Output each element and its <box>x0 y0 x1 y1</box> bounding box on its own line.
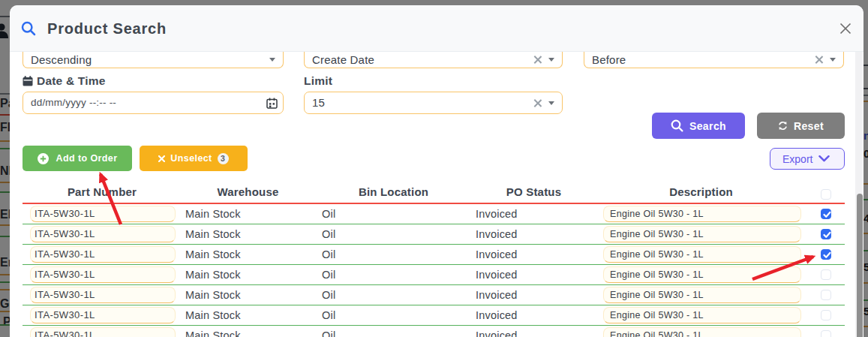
description-cell[interactable]: Engine Oil 5W30 - 1L <box>603 226 801 242</box>
table-cell: ITA-5W30-1L <box>23 244 182 264</box>
select-all-checkbox[interactable] <box>821 189 831 200</box>
row-checkbox[interactable] <box>821 249 831 260</box>
modal-header: Product Search <box>10 5 863 52</box>
operator-value: Before <box>584 52 843 68</box>
po-status-cell: Invoiced <box>473 224 595 244</box>
warehouse-cell: Main Stock <box>182 264 314 284</box>
close-icon <box>839 23 851 35</box>
plus-circle-icon <box>38 153 49 164</box>
table-cell: Engine Oil 5W30 - 1L <box>595 264 807 284</box>
row-checkbox[interactable] <box>821 310 831 320</box>
field-value: Create Date <box>305 52 562 68</box>
search-icon <box>21 21 36 36</box>
add-to-order-label: Add to Order <box>56 153 118 164</box>
warehouse-cell: Main Stock <box>182 284 314 305</box>
field-select[interactable]: Create Date <box>304 52 563 68</box>
table-cell <box>807 325 845 337</box>
description-cell[interactable]: Engine Oil 5W30 - 1L <box>603 327 801 337</box>
description-cell[interactable]: Engine Oil 5W30 - 1L <box>603 266 801 283</box>
description-cell[interactable]: Engine Oil 5W30 - 1L <box>603 287 801 303</box>
search-button[interactable]: Search <box>652 113 745 139</box>
col-description: Description <box>595 181 807 203</box>
part-number-cell[interactable]: ITA-5W30-1L <box>30 327 176 337</box>
unselect-label: Unselect <box>170 153 212 164</box>
table-row: ITA-5W30-1LMain StockOilInvoicedEngine O… <box>23 203 845 224</box>
col-part-number: Part Number <box>23 181 182 203</box>
table-row: ITA-5W30-1LMain StockOilInvoicedEngine O… <box>23 224 845 244</box>
operator-select[interactable]: Before <box>584 52 844 68</box>
bin-location-cell: Oil <box>314 305 473 325</box>
bin-location-cell: Oil <box>314 325 473 337</box>
calendar-icon <box>23 76 33 86</box>
table-header-row: Part Number Warehouse Bin Location PO St… <box>23 181 845 203</box>
table-cell: Engine Oil 5W30 - 1L <box>595 203 807 224</box>
table-cell <box>807 244 845 264</box>
results-table: Part Number Warehouse Bin Location PO St… <box>23 181 845 337</box>
po-status-cell: Invoiced <box>473 264 595 284</box>
chevron-down-icon <box>548 101 554 105</box>
unselect-button[interactable]: Unselect 3 <box>140 146 248 171</box>
clear-icon[interactable] <box>533 56 542 64</box>
table-cell: Engine Oil 5W30 - 1L <box>595 325 807 337</box>
bin-location-cell: Oil <box>314 203 473 224</box>
limit-select[interactable]: 15 <box>304 92 563 114</box>
description-cell[interactable]: Engine Oil 5W30 - 1L <box>603 206 801 222</box>
add-to-order-button[interactable]: Add to Order <box>23 146 132 171</box>
reset-button[interactable]: Reset <box>757 113 845 139</box>
clear-icon[interactable] <box>533 99 542 107</box>
x-icon <box>158 155 165 162</box>
unselect-count-badge: 3 <box>218 153 229 164</box>
table-cell: ITA-5W30-1L <box>23 325 182 337</box>
reset-icon <box>778 121 788 131</box>
col-po-status: PO Status <box>473 181 595 203</box>
warehouse-cell: Main Stock <box>182 224 314 244</box>
datetime-label: Date & Time <box>37 74 106 88</box>
part-number-cell[interactable]: ITA-5W30-1L <box>30 287 176 303</box>
export-label: Export <box>782 153 812 165</box>
part-number-cell[interactable]: ITA-5W30-1L <box>30 266 176 283</box>
table-body: ITA-5W30-1LMain StockOilInvoicedEngine O… <box>23 203 845 337</box>
datetime-input[interactable]: dd/mm/yyyy --:-- -- <box>23 92 284 114</box>
part-number-cell[interactable]: ITA-5W30-1L <box>30 206 176 222</box>
table-cell <box>807 284 845 305</box>
description-cell[interactable]: Engine Oil 5W30 - 1L <box>603 246 801 263</box>
scrollbar-thumb[interactable] <box>857 194 863 337</box>
row-checkbox[interactable] <box>821 209 831 219</box>
search-icon <box>671 119 683 132</box>
chevron-down-icon <box>269 58 275 62</box>
calendar-picker-icon[interactable] <box>266 98 278 109</box>
limit-value: 15 <box>305 92 562 113</box>
table-row: ITA-5W30-1LMain StockOilInvoicedEngine O… <box>23 244 845 264</box>
export-button[interactable]: Export <box>770 148 845 170</box>
row-checkbox[interactable] <box>821 290 831 300</box>
close-button[interactable] <box>839 23 851 35</box>
bin-location-cell: Oil <box>314 244 473 264</box>
warehouse-cell: Main Stock <box>182 305 314 325</box>
row-checkbox[interactable] <box>821 269 831 280</box>
po-status-cell: Invoiced <box>473 325 595 337</box>
po-status-cell: Invoiced <box>473 284 595 305</box>
part-number-cell[interactable]: ITA-5W30-1L <box>30 307 176 323</box>
screenshot-stage: Pa FI NE EL Er Ge P n 0 4 52 5 <box>0 0 868 337</box>
warehouse-cell: Main Stock <box>182 244 314 264</box>
chevron-down-icon <box>818 155 830 162</box>
table-cell: ITA-5W30-1L <box>23 305 182 325</box>
po-status-cell: Invoiced <box>473 203 595 224</box>
col-warehouse: Warehouse <box>182 181 314 203</box>
description-cell[interactable]: Engine Oil 5W30 - 1L <box>603 307 801 323</box>
table-cell: Engine Oil 5W30 - 1L <box>595 305 807 325</box>
clear-icon[interactable] <box>815 56 823 64</box>
part-number-cell[interactable]: ITA-5W30-1L <box>30 226 176 242</box>
table-cell: Engine Oil 5W30 - 1L <box>595 224 807 244</box>
row-checkbox[interactable] <box>821 330 831 337</box>
row-checkbox[interactable] <box>821 229 831 239</box>
part-number-cell[interactable]: ITA-5W30-1L <box>30 246 176 263</box>
table-cell: Engine Oil 5W30 - 1L <box>595 284 807 305</box>
table-cell: ITA-5W30-1L <box>23 224 182 244</box>
table-cell <box>807 203 845 224</box>
reset-button-label: Reset <box>794 120 824 132</box>
limit-label: Limit <box>304 74 332 88</box>
sort-order-select[interactable]: Descending <box>23 52 284 68</box>
po-status-cell: Invoiced <box>473 244 595 264</box>
bin-location-cell: Oil <box>314 264 473 284</box>
